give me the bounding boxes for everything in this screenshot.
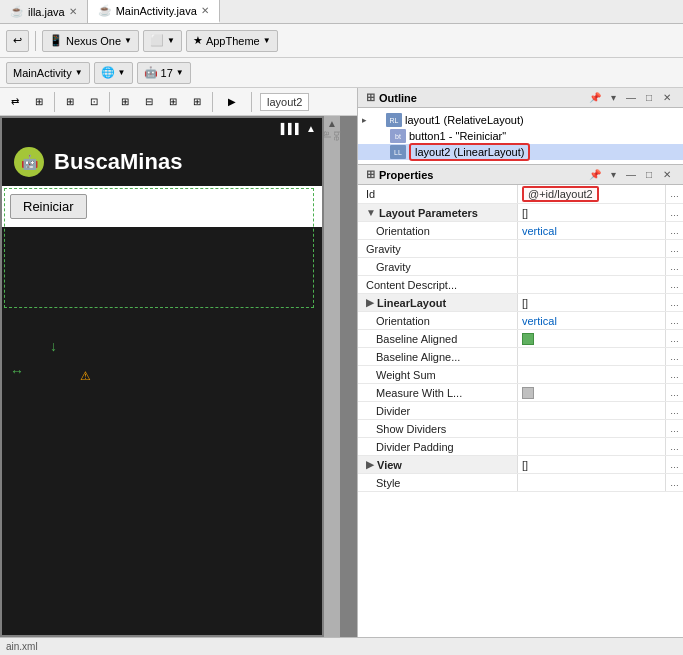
checkbox-icon[interactable]	[522, 387, 534, 399]
status-bar-bottom: ain.xml	[0, 637, 683, 655]
prop-value-divider[interactable]	[518, 402, 665, 419]
section-toggle-icon[interactable]: ▼	[366, 207, 376, 218]
right-panel: ⊞ Outline 📌 ▾ — □ ✕ ▸ RL layout1 (Relati…	[358, 88, 683, 637]
prop-row-layout-params: ▼ Layout Parameters [] …	[358, 204, 683, 222]
outline-section: ⊞ Outline 📌 ▾ — □ ✕ ▸ RL layout1 (Relati…	[358, 88, 683, 165]
prop-value-measure-with[interactable]	[518, 384, 665, 401]
prop-edit-btn[interactable]: …	[665, 420, 683, 437]
tree-item-layout2[interactable]: LL layout2 (LinearLayout)	[358, 144, 683, 160]
globe-button[interactable]: 🌐 ▼	[94, 62, 133, 84]
preview-icon[interactable]: ▶	[217, 92, 247, 112]
android-logo: 🤖	[14, 147, 44, 177]
prop-edit-btn[interactable]: …	[665, 456, 683, 473]
android-version-dropdown[interactable]: 🤖 17 ▼	[137, 62, 191, 84]
outline-min-button[interactable]: —	[623, 90, 639, 106]
prop-value-baseline-aligned[interactable]	[518, 330, 665, 347]
prop-value-orientation[interactable]: vertical	[518, 222, 665, 239]
tab-illa[interactable]: ☕ illa.java ✕	[0, 0, 88, 23]
prop-value-id[interactable]: @+id/layout2	[518, 185, 665, 203]
properties-title: Properties	[379, 169, 433, 181]
layout-icon: LL	[390, 145, 406, 159]
outline-max-button[interactable]: □	[641, 90, 657, 106]
align-icon[interactable]: ⊞	[162, 92, 184, 112]
distribute-icon[interactable]: ⊞	[186, 92, 208, 112]
tree-item-button1[interactable]: bt button1 - "Reiniciar"	[358, 128, 683, 144]
prop-value-content-desc[interactable]	[518, 276, 665, 293]
prop-name-measure-with: Measure With L...	[358, 384, 518, 401]
section-toggle-icon[interactable]: ▶	[366, 297, 374, 308]
prop-name-gravity: Gravity	[358, 258, 518, 275]
section-toggle-icon[interactable]: ▶	[366, 459, 374, 470]
props-min-button[interactable]: —	[623, 167, 639, 183]
scroll-up-icon[interactable]: ▲	[327, 118, 337, 129]
expand-icon[interactable]: ▸	[362, 115, 374, 125]
props-max-button[interactable]: □	[641, 167, 657, 183]
star-icon: ★	[193, 34, 203, 47]
prop-edit-btn[interactable]: …	[665, 330, 683, 347]
button-icon: bt	[390, 129, 406, 143]
prop-edit-btn[interactable]: …	[665, 402, 683, 419]
prop-edit-btn[interactable]: …	[665, 438, 683, 455]
prop-value-show-dividers[interactable]	[518, 420, 665, 437]
prop-row-style: Style …	[358, 474, 683, 492]
prop-name-baseline-aligned: Baseline Aligned	[358, 330, 518, 347]
resize-icon[interactable]: ⊟	[138, 92, 160, 112]
prop-edit-btn[interactable]: …	[665, 384, 683, 401]
reiniciar-button[interactable]: Reiniciar	[10, 194, 87, 219]
layout-name-label: layout2	[260, 93, 309, 111]
warning-icon: ⚠	[80, 369, 91, 383]
prop-value-style[interactable]	[518, 474, 665, 491]
tab-close-icon[interactable]: ✕	[201, 5, 209, 16]
prop-row-id: Id @+id/layout2 …	[358, 185, 683, 204]
tree-item-layout1[interactable]: ▸ RL layout1 (RelativeLayout)	[358, 112, 683, 128]
zoom-icon[interactable]: ⊞	[28, 92, 50, 112]
prop-edit-btn[interactable]: …	[665, 222, 683, 239]
layout-button[interactable]: ⬜ ▼	[143, 30, 182, 52]
outline-menu-button[interactable]: ▾	[605, 90, 621, 106]
second-toolbar: MainActivity ▼ 🌐 ▼ 🤖 17 ▼	[0, 58, 683, 88]
prop-value-layout-params: []	[518, 204, 665, 221]
prop-row-divider: Divider …	[358, 402, 683, 420]
tab-mainactivity[interactable]: ☕ MainActivity.java ✕	[88, 0, 220, 23]
globe-icon: 🌐	[101, 66, 115, 79]
prop-value-gravity-label	[518, 240, 665, 257]
props-pin-button[interactable]: 📌	[587, 167, 603, 183]
toggle-icon[interactable]: ⇄	[4, 92, 26, 112]
props-close-button[interactable]: ✕	[659, 167, 675, 183]
props-menu-button[interactable]: ▾	[605, 167, 621, 183]
prop-value-weight-sum[interactable]	[518, 366, 665, 383]
move-icon[interactable]: ⊞	[114, 92, 136, 112]
back-button[interactable]: ↩	[6, 30, 29, 52]
prop-edit-btn[interactable]: …	[665, 240, 683, 257]
outline-close-button[interactable]: ✕	[659, 90, 675, 106]
prop-edit-btn[interactable]: …	[665, 366, 683, 383]
checkbox-icon[interactable]	[522, 333, 534, 345]
prop-name-show-dividers: Show Dividers	[358, 420, 518, 437]
prop-edit-btn[interactable]: …	[665, 294, 683, 311]
prop-edit-btn[interactable]: …	[665, 258, 683, 275]
prop-value-baseline-aligne[interactable]	[518, 348, 665, 365]
outline-pin-button[interactable]: 📌	[587, 90, 603, 106]
tab-close-icon[interactable]: ✕	[69, 6, 77, 17]
prop-edit-btn[interactable]: …	[665, 204, 683, 221]
prop-value-gravity[interactable]	[518, 258, 665, 275]
prop-edit-btn[interactable]: …	[665, 312, 683, 329]
activity-dropdown[interactable]: MainActivity ▼	[6, 62, 90, 84]
outline-tree: ▸ RL layout1 (RelativeLayout) bt button1…	[358, 108, 683, 164]
prop-edit-btn[interactable]: …	[665, 185, 683, 203]
prop-name-divider-padding: Divider Padding	[358, 438, 518, 455]
snap-icon[interactable]: ⊡	[83, 92, 105, 112]
prop-edit-btn[interactable]: …	[665, 348, 683, 365]
preview-scrollbar[interactable]: ▲ beal	[324, 116, 340, 637]
prop-name-style: Style	[358, 474, 518, 491]
layout-icon: RL	[386, 113, 402, 127]
prop-edit-btn[interactable]: …	[665, 474, 683, 491]
prop-row-orientation: Orientation vertical …	[358, 222, 683, 240]
prop-value-divider-padding[interactable]	[518, 438, 665, 455]
prop-edit-btn[interactable]: …	[665, 276, 683, 293]
theme-dropdown[interactable]: ★ AppTheme ▼	[186, 30, 278, 52]
grid-icon[interactable]: ⊞	[59, 92, 81, 112]
prop-value-ll-orientation[interactable]: vertical	[518, 312, 665, 329]
content-area: Reiniciar	[2, 186, 322, 227]
device-dropdown[interactable]: 📱 Nexus One ▼	[42, 30, 139, 52]
